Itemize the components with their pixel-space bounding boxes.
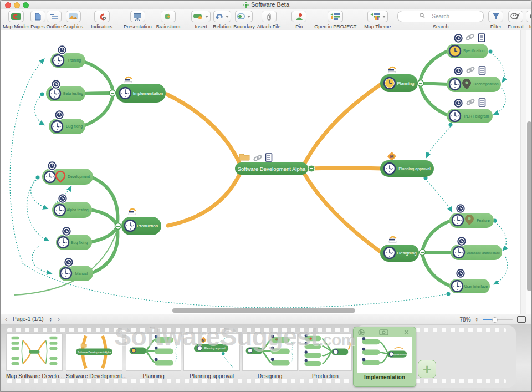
slide-thumbnail-map-overview[interactable]: Map Software Develo... bbox=[6, 333, 63, 379]
toolbar-label: Format bbox=[508, 24, 524, 29]
topic-center[interactable]: Software Development Alpha bbox=[235, 154, 315, 175]
topic-beta-testing[interactable]: Beta testing bbox=[46, 80, 85, 102]
toolbar-button-boundary[interactable]: Boundary bbox=[233, 11, 255, 29]
page-stepper[interactable]: ▲▼ bbox=[49, 317, 52, 322]
fit-page-button[interactable] bbox=[517, 316, 526, 323]
toolbar-button-brainstorm[interactable]: Brainstorm bbox=[156, 11, 181, 29]
priority-icon bbox=[125, 77, 132, 83]
toolbar-button-presentation[interactable]: Presentation bbox=[124, 11, 152, 29]
topic-label: Database architecture bbox=[467, 251, 500, 254]
topic-label: Production bbox=[137, 223, 158, 228]
clock-icon bbox=[452, 281, 463, 292]
slide-thumbnail-planning[interactable]: Planning bbox=[126, 333, 181, 379]
topic-database-architecture[interactable]: Database architecture bbox=[451, 237, 502, 261]
boundary-icon bbox=[235, 11, 253, 22]
topic-user-interface[interactable]: User interface bbox=[449, 269, 490, 294]
toolbar-button-info[interactable]: Info bbox=[526, 11, 532, 29]
zoom-slider-thumb[interactable] bbox=[492, 317, 498, 323]
topic-feature[interactable]: Feature bbox=[449, 204, 494, 228]
slide-thumbnail-implementation-selected[interactable]: Implementation Implementation bbox=[353, 327, 416, 387]
topic-manual[interactable]: Manual bbox=[59, 258, 93, 282]
topic-planning[interactable]: Planning bbox=[380, 67, 424, 92]
topic-production[interactable]: Production bbox=[115, 209, 162, 235]
thumbnail-label: Map Software Develo... bbox=[6, 373, 63, 379]
toolbar-label: Search bbox=[433, 24, 449, 29]
slide-thumbnail-production[interactable]: Production bbox=[299, 333, 352, 379]
vertical-scrollbar-thumb[interactable] bbox=[527, 121, 531, 291]
search-icon bbox=[420, 13, 425, 18]
collapse-button[interactable] bbox=[418, 80, 424, 86]
topic-label: Planning bbox=[397, 81, 414, 86]
duration-badge-icon bbox=[456, 204, 466, 213]
toolbar-button-attach-file[interactable]: Attach File bbox=[257, 11, 281, 29]
collapse-button[interactable] bbox=[110, 90, 116, 96]
toolbar-label: Map Minder bbox=[3, 24, 29, 29]
add-slide-button[interactable]: + bbox=[418, 360, 436, 378]
thumbnail-map: Implementation bbox=[357, 337, 411, 371]
map-canvas[interactable]: Software Development Alpha Implementatio… bbox=[1, 30, 532, 314]
clock-icon bbox=[449, 45, 461, 57]
toolbar-button-insert[interactable]: Insert bbox=[191, 11, 211, 29]
topic-label: Development bbox=[68, 175, 90, 179]
toolbar-label: Filter bbox=[490, 24, 502, 29]
toolbar-button-open-in-project[interactable]: Open in PROJECT bbox=[314, 11, 356, 29]
hyperlink-icon bbox=[253, 155, 262, 161]
prev-page-button[interactable]: ‹ bbox=[5, 317, 7, 322]
duration-badge-icon bbox=[52, 80, 61, 89]
topic-label: Implementation bbox=[133, 91, 163, 96]
vertical-scrollbar[interactable] bbox=[526, 30, 532, 314]
topic-designing[interactable]: Designing bbox=[380, 237, 426, 262]
toolbar-label: Open in PROJECT bbox=[314, 24, 356, 29]
hyperlink-icon bbox=[466, 34, 474, 40]
search-input[interactable] bbox=[397, 11, 484, 22]
toolbar-label: Outline bbox=[47, 24, 63, 29]
toolbar-button-filter[interactable]: Filter bbox=[488, 11, 503, 29]
thumbnail-label: Planning approval bbox=[183, 373, 240, 379]
horizontal-scrollbar-thumb[interactable] bbox=[172, 308, 355, 313]
topic-decomposition[interactable]: Decomposition bbox=[447, 67, 501, 93]
note-icon bbox=[479, 67, 485, 74]
clock-icon bbox=[54, 205, 65, 216]
toolbar-button-relation[interactable]: Relation bbox=[213, 11, 231, 29]
collapse-button[interactable] bbox=[308, 165, 315, 172]
toolbar-button-pin[interactable]: Pin bbox=[291, 11, 306, 29]
topic-planning-approval[interactable]: M Planning approval bbox=[380, 151, 434, 177]
toolbar-button-format[interactable]: Format bbox=[508, 11, 524, 29]
toolbar-button-pages[interactable]: Pages bbox=[30, 11, 45, 29]
slide-thumbnail-planning-approval[interactable]: M Planning approval Planning approval bbox=[183, 333, 240, 379]
zoom-stepper[interactable]: ▲▼ bbox=[475, 317, 478, 322]
toolbar-label: Presentation bbox=[124, 24, 152, 29]
clock-icon bbox=[453, 247, 464, 258]
collapse-button[interactable] bbox=[420, 250, 426, 256]
toolbar-button-map-theme[interactable]: Map Theme bbox=[364, 11, 391, 29]
topic-label: Designing bbox=[397, 251, 417, 256]
topic-alpha-testing[interactable]: Alpha testing bbox=[52, 194, 92, 218]
topic-implementation[interactable]: Implementation bbox=[110, 77, 166, 103]
zoom-slider[interactable] bbox=[483, 317, 513, 323]
collapse-button[interactable] bbox=[115, 223, 121, 230]
map-theme-icon bbox=[367, 11, 388, 22]
insert-topic-icon bbox=[191, 11, 211, 22]
topic-label: Feature bbox=[477, 218, 490, 222]
clock-icon bbox=[384, 163, 395, 174]
clock-icon bbox=[452, 215, 463, 226]
topic-label: Specification bbox=[463, 49, 485, 53]
slide-thumbnail-designing[interactable]: Designing bbox=[242, 333, 298, 379]
slide-thumbnail-center[interactable]: Software Development Alpha Software Deve… bbox=[66, 333, 122, 379]
topic-label: User interface bbox=[464, 284, 488, 288]
toolbar-button-graphics[interactable]: Graphics bbox=[63, 11, 83, 29]
toolbar-button-indicators[interactable]: Indicators bbox=[91, 11, 112, 29]
toolbar-button-map-minder[interactable]: Map Minder bbox=[3, 11, 29, 29]
topic-development[interactable]: Development bbox=[42, 161, 93, 185]
topic-bug-fixing-2[interactable]: Bug fixing bbox=[56, 227, 92, 251]
thumbnail-toolbar bbox=[354, 328, 415, 337]
topic-specification[interactable]: Specification bbox=[447, 34, 488, 59]
close-icon[interactable] bbox=[405, 330, 408, 334]
topic-training[interactable]: Training bbox=[50, 45, 85, 68]
next-page-button[interactable]: › bbox=[58, 317, 60, 322]
thumbnail-label: Planning bbox=[126, 373, 181, 379]
topic-label: Training bbox=[68, 58, 81, 63]
topic-bug-fixing[interactable]: Bug fixing bbox=[49, 110, 85, 135]
topic-pert-diagram[interactable]: PERT diagram bbox=[447, 99, 493, 124]
toolbar-button-outline[interactable]: Outline bbox=[47, 11, 63, 29]
